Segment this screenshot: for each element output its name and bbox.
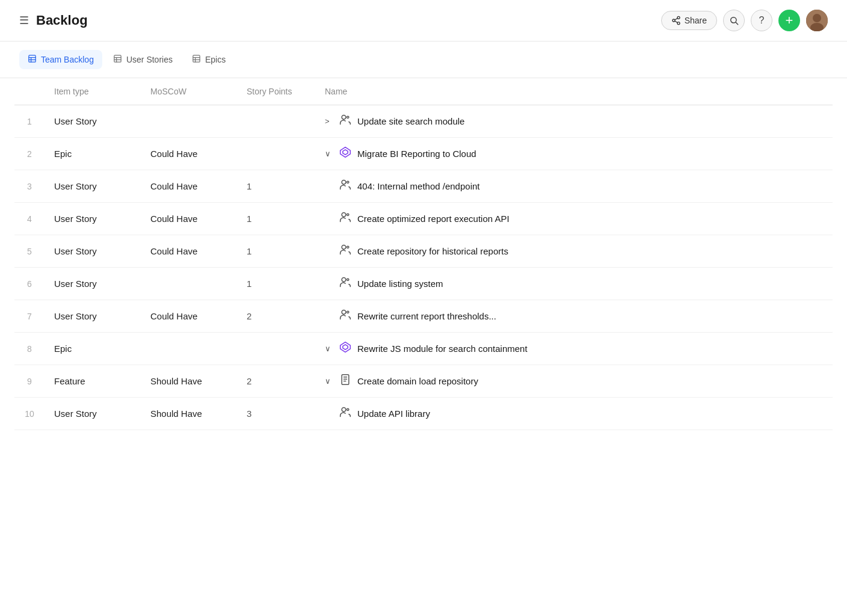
add-button[interactable]: + <box>778 10 800 31</box>
row-story-points <box>237 138 315 170</box>
col-name[interactable]: Name <box>315 78 833 105</box>
svg-point-43 <box>347 408 349 410</box>
row-item-type: User Story <box>45 105 141 138</box>
row-item-type: User Story <box>45 268 141 300</box>
row-story-points: 1 <box>237 268 315 300</box>
backlog-table: Item type MoSCoW Story Points Name 1User… <box>14 78 833 430</box>
expand-chevron[interactable]: ∨ <box>325 344 333 353</box>
row-item-type: User Story <box>45 300 141 333</box>
row-name: Update site search module <box>357 116 464 126</box>
row-name-cell: Update listing system <box>315 268 833 300</box>
svg-line-3 <box>674 21 677 23</box>
svg-point-31 <box>347 246 349 248</box>
table-row[interactable]: 9FeatureShould Have2∨ Create domain load… <box>14 365 833 398</box>
menu-icon[interactable]: ☰ <box>19 14 29 27</box>
expand-chevron[interactable]: ∨ <box>325 149 333 158</box>
table-row[interactable]: 1User Story> Update site search module <box>14 105 833 138</box>
row-moscow: Could Have <box>141 300 237 333</box>
table-row[interactable]: 3User StoryCould Have1 404: Internal met… <box>14 170 833 203</box>
row-name: 404: Internal method /endpoint <box>357 181 479 191</box>
expand-chevron[interactable]: > <box>325 117 333 126</box>
row-story-points <box>237 105 315 138</box>
tab-user-stories[interactable]: User Stories <box>105 50 181 69</box>
row-moscow: Could Have <box>141 170 237 203</box>
svg-point-22 <box>342 116 346 120</box>
tab-team-backlog[interactable]: Team Backlog <box>19 50 102 69</box>
share-button[interactable]: Share <box>661 11 717 30</box>
svg-point-26 <box>342 180 346 185</box>
row-moscow <box>141 333 237 365</box>
svg-point-30 <box>342 245 346 250</box>
row-name: Rewrite current report thresholds... <box>357 311 496 321</box>
svg-point-8 <box>813 14 821 22</box>
row-num: 4 <box>14 203 45 235</box>
row-num: 7 <box>14 300 45 333</box>
row-name-cell: Update API library <box>315 398 833 430</box>
tab-epics[interactable]: Epics <box>183 50 234 69</box>
row-item-type: Epic <box>45 333 141 365</box>
svg-marker-24 <box>340 147 351 158</box>
tab-user-stories-label: User Stories <box>126 55 173 64</box>
row-name: Create repository for historical reports <box>357 246 508 256</box>
table-row[interactable]: 5User StoryCould Have1 Create repository… <box>14 235 833 268</box>
svg-marker-36 <box>340 342 351 353</box>
user-story-icon <box>339 211 351 226</box>
search-button[interactable] <box>723 10 745 31</box>
row-story-points: 1 <box>237 235 315 268</box>
expand-chevron[interactable]: ∨ <box>325 377 333 386</box>
row-num: 6 <box>14 268 45 300</box>
row-name: Rewrite JS module for search containment <box>357 343 528 354</box>
epic-icon <box>339 341 351 356</box>
row-item-type: User Story <box>45 398 141 430</box>
row-name: Update listing system <box>357 279 443 289</box>
row-moscow: Could Have <box>141 203 237 235</box>
row-moscow: Could Have <box>141 138 237 170</box>
row-moscow: Should Have <box>141 398 237 430</box>
help-button[interactable]: ? <box>751 10 772 31</box>
svg-point-34 <box>342 310 346 315</box>
row-name-cell: Create optimized report execution API <box>315 203 833 235</box>
svg-marker-25 <box>343 150 348 155</box>
row-moscow <box>141 268 237 300</box>
row-num: 1 <box>14 105 45 138</box>
row-name-cell: ∨ Migrate BI Reporting to Cloud <box>315 138 833 170</box>
col-moscow[interactable]: MoSCoW <box>141 78 237 105</box>
header: ☰ Backlog Share ? + <box>0 0 847 42</box>
table-row[interactable]: 10User StoryShould Have3 Update API libr… <box>14 398 833 430</box>
tab-user-stories-icon <box>113 54 122 65</box>
svg-point-33 <box>347 279 349 280</box>
row-num: 2 <box>14 138 45 170</box>
table-row[interactable]: 6User Story1 Update listing system <box>14 268 833 300</box>
svg-rect-18 <box>193 55 200 62</box>
row-num: 5 <box>14 235 45 268</box>
feature-icon <box>339 374 351 389</box>
svg-rect-38 <box>342 375 349 385</box>
table-row[interactable]: 8Epic∨ Rewrite JS module for search cont… <box>14 333 833 365</box>
row-name-cell: ∨ Rewrite JS module for search containme… <box>315 333 833 365</box>
svg-point-28 <box>342 213 346 217</box>
tab-epics-icon <box>192 54 201 65</box>
svg-point-23 <box>347 116 349 118</box>
svg-point-35 <box>347 311 349 313</box>
row-name: Migrate BI Reporting to Cloud <box>357 149 476 159</box>
row-num: 10 <box>14 398 45 430</box>
col-item-type[interactable]: Item type <box>45 78 141 105</box>
user-story-icon <box>339 309 351 324</box>
row-num: 8 <box>14 333 45 365</box>
table-row[interactable]: 2EpicCould Have∨ Migrate BI Reporting to… <box>14 138 833 170</box>
table-row[interactable]: 4User StoryCould Have1 Create optimized … <box>14 203 833 235</box>
table-row[interactable]: 7User StoryCould Have2 Rewrite current r… <box>14 300 833 333</box>
table-header-row: Item type MoSCoW Story Points Name <box>14 78 833 105</box>
row-num: 9 <box>14 365 45 398</box>
svg-point-27 <box>347 181 349 183</box>
row-num: 3 <box>14 170 45 203</box>
avatar[interactable] <box>806 10 828 31</box>
col-story-points[interactable]: Story Points <box>237 78 315 105</box>
row-name: Update API library <box>357 408 430 419</box>
tab-team-backlog-label: Team Backlog <box>41 55 94 64</box>
header-actions: Share ? + <box>661 10 828 31</box>
tab-epics-label: Epics <box>205 55 226 64</box>
row-story-points: 1 <box>237 203 315 235</box>
row-name-cell: > Update site search module <box>315 105 833 138</box>
svg-marker-37 <box>343 345 348 350</box>
